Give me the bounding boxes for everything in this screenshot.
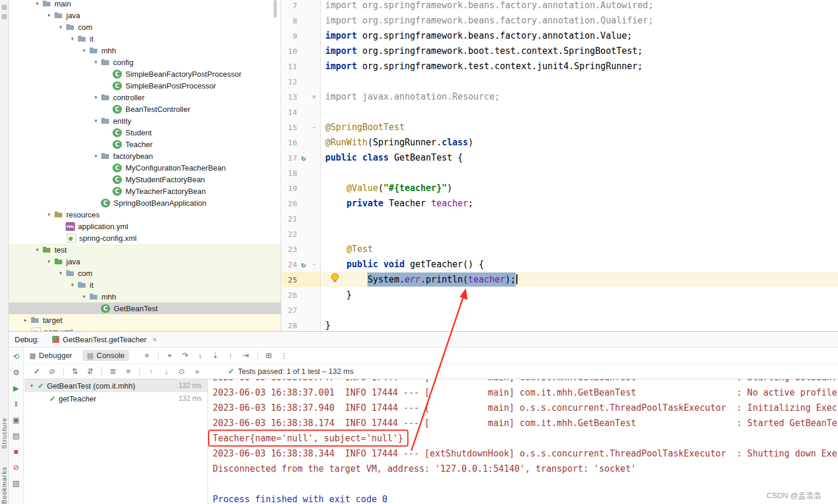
code-line[interactable]: 10import org.springframework.boot.test.c… [282, 43, 838, 59]
force-step-into-icon[interactable]: ⇣ [210, 351, 221, 360]
chevron-down-icon[interactable]: ▾ [67, 282, 77, 288]
gutter-cell[interactable]: 10 [282, 43, 321, 59]
thread-dump-camera-icon[interactable]: ▧ [12, 479, 21, 488]
tree-row[interactable]: CMyStudentFactoryBean [9, 173, 281, 185]
tree-row[interactable]: CSimpleBeanPostProcessor [9, 80, 281, 91]
code-line[interactable]: 18 [282, 165, 838, 181]
jump-to-source-icon[interactable]: ⊙ [176, 367, 187, 376]
chevron-down-icon[interactable]: ▾ [79, 294, 89, 299]
pause-icon[interactable]: ‖ [12, 400, 21, 409]
chevron-down-icon[interactable]: ▾ [56, 270, 66, 276]
chevron-down-icon[interactable]: ▾ [91, 153, 101, 159]
next-occurrence-icon[interactable]: ↓ [161, 367, 172, 376]
tab-debugger[interactable]: ▦ Debugger [29, 351, 72, 360]
tree-row[interactable]: ▸target [9, 314, 281, 326]
gutter-cell[interactable]: 15− [282, 120, 321, 135]
tree-row[interactable]: CMyTeacherFactoryBean [9, 185, 281, 197]
code-line[interactable]: 16@RunWith(SpringRunner.class) [282, 135, 838, 150]
code-line[interactable]: 24↻− public void getTeacher() { [282, 257, 838, 272]
tree-row[interactable]: ▾com [9, 21, 281, 33]
gutter-cell[interactable]: 23 [282, 241, 321, 257]
step-into-icon[interactable]: ↓ [195, 351, 206, 360]
stripe-tool-icon[interactable] [2, 14, 7, 19]
tree-row[interactable]: ▾java [9, 9, 281, 21]
code-line[interactable]: 25 System.err.println(teacher); [282, 272, 838, 287]
tree-row[interactable]: ▾mhh [9, 45, 281, 56]
code-line[interactable]: 17↻public class GetBeanTest { [282, 150, 838, 165]
tree-row[interactable]: CTeacher [9, 138, 281, 150]
fold-marker-icon[interactable]: ⊞ [310, 94, 318, 100]
code-line[interactable]: 20 private Teacher teacher; [282, 196, 838, 211]
chevron-down-icon[interactable]: ▾ [91, 94, 101, 100]
gutter-cell[interactable]: 27 [282, 302, 321, 318]
gutter-cell[interactable]: 25 [282, 272, 321, 287]
debug-session-tab[interactable]: GetBeanTest.getTeacher × [52, 335, 157, 344]
tree-row[interactable]: ▾test [9, 244, 281, 256]
modify-run-config-icon[interactable]: ⚙ [12, 368, 21, 377]
test-result-row[interactable]: ✓ getTeacher 132 ms [25, 392, 207, 405]
tree-row[interactable]: ▾main [9, 0, 281, 9]
gutter-cell[interactable]: 24↻− [282, 257, 321, 272]
chevron-down-icon[interactable]: ▾ [32, 1, 42, 6]
sort-alphabetically-icon[interactable]: ⇅ [70, 367, 80, 376]
fold-marker-icon[interactable]: − [310, 124, 318, 130]
evaluate-expression-icon[interactable]: ▣ [12, 416, 21, 425]
rerun-icon[interactable]: ⟲ [12, 352, 21, 362]
close-tab-icon[interactable]: × [152, 335, 157, 344]
tree-row[interactable]: ▾it [9, 279, 281, 291]
tree-row[interactable]: ▾controller [9, 91, 281, 103]
settings-icon[interactable]: ▤ [12, 431, 21, 441]
sort-by-duration-icon[interactable]: ⇵ [85, 367, 96, 376]
code-editor[interactable]: 7import org.springframework.beans.factor… [282, 0, 838, 331]
gutter-cell[interactable]: 13⊞ [282, 89, 321, 104]
tree-row[interactable]: ▾java [9, 256, 281, 267]
gutter-cell[interactable]: 20 [282, 196, 321, 211]
tree-row[interactable]: spring-config.xml [9, 232, 281, 244]
stripe-tool-icon[interactable] [2, 5, 7, 10]
chevron-down-icon[interactable]: ▾ [91, 59, 101, 65]
sidebar-item-bookmarks[interactable]: Bookmarks [1, 459, 8, 504]
code-line[interactable]: 27 [282, 302, 838, 318]
resume-icon[interactable]: ▶ [12, 384, 21, 393]
run-to-cursor-icon[interactable]: ⇥ [241, 351, 251, 360]
tree-row[interactable]: ▾entity [9, 115, 281, 127]
chevron-down-icon[interactable]: ▾ [56, 24, 66, 30]
tree-row[interactable]: ▾com [9, 267, 281, 279]
intention-bulb-icon[interactable] [331, 273, 339, 281]
tree-row[interactable]: CBeanTestController [9, 103, 281, 115]
code-line[interactable]: 11import org.springframework.test.contex… [282, 59, 838, 74]
code-line[interactable]: 8import org.springframework.beans.factor… [282, 13, 838, 28]
gutter-cell[interactable]: 19 [282, 181, 321, 196]
gutter-cell[interactable]: 11 [282, 59, 321, 74]
chevron-down-icon[interactable]: ▾ [32, 247, 42, 253]
run-test-gutter-icon[interactable]: ↻ [297, 154, 310, 162]
tree-row[interactable]: ▾mhh [9, 291, 281, 302]
sidebar-item-structure[interactable]: Structure [1, 402, 8, 449]
tree-row[interactable]: CGetBeanTest [9, 302, 281, 314]
gutter-cell[interactable]: 17↻ [282, 150, 321, 165]
code-line[interactable]: 9import org.springframework.beans.factor… [282, 28, 838, 43]
restore-layout-icon[interactable]: ⊞ [264, 351, 274, 360]
test-history-icon[interactable]: » [192, 367, 202, 376]
code-line[interactable]: 22 [282, 226, 838, 241]
code-line[interactable]: 13⊞import javax.annotation.Resource; [282, 89, 838, 104]
tree-row[interactable]: CStudent [9, 127, 281, 138]
gutter-cell[interactable]: 9 [282, 28, 321, 43]
show-execution-point-icon[interactable]: ⌖ [165, 351, 175, 360]
chevron-down-icon[interactable]: ▾ [67, 36, 77, 42]
console-output[interactable]: 2023-06-03 16:38:36.747 INFO 17444 --- [… [208, 379, 838, 504]
code-line[interactable]: 14 [282, 104, 838, 120]
run-test-gutter-icon[interactable]: ↻ [297, 260, 310, 269]
chevron-down-icon[interactable]: ▾ [27, 383, 36, 389]
tree-row[interactable]: CSpringBootBeanApplication [9, 197, 281, 209]
step-out-icon[interactable]: ↑ [226, 351, 236, 360]
code-line[interactable]: 21 [282, 211, 838, 226]
tab-console[interactable]: ▤ Console [83, 350, 128, 361]
collapse-all-icon[interactable]: ≡ [123, 367, 134, 376]
previous-occurrence-icon[interactable]: ↑ [146, 367, 156, 376]
test-results-panel[interactable]: ▾ ✓ GetBeanTest (com.it.mhh) 132 ms ✓ ge… [25, 379, 208, 504]
chevron-right-icon[interactable]: ▸ [21, 317, 30, 323]
chevron-down-icon[interactable]: ▾ [79, 47, 89, 53]
gutter-cell[interactable]: 12 [282, 74, 321, 89]
code-line[interactable]: 19 @Value("#{teacher}") [282, 181, 838, 196]
